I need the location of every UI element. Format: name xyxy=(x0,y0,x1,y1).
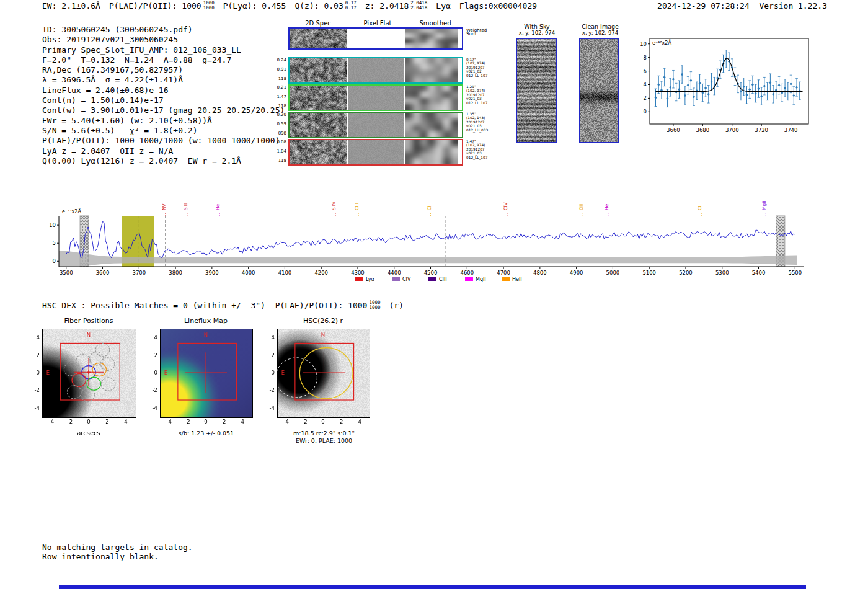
cutout-row-images xyxy=(288,27,463,50)
svg-text:CIII: CIII xyxy=(354,203,360,210)
detection-info-block: ID: 3005060245 (3005060245.pdf)Obs: 2019… xyxy=(42,25,285,166)
svg-text:3700: 3700 xyxy=(132,270,146,276)
cutout-row-images xyxy=(288,57,463,84)
axis-tick-label: -2 xyxy=(181,419,193,425)
cutout-smooth-canvas xyxy=(405,86,458,110)
svg-text:4100: 4100 xyxy=(278,270,292,276)
cutout-spec2d-canvas xyxy=(290,86,347,110)
cutout-left-value: 118 xyxy=(269,77,286,81)
info-line: λ = 3696.5Å σ = 4.22(±1.41)Å xyxy=(42,75,285,85)
stat-piece: Flags:0x00004029 xyxy=(459,1,537,11)
cutout-smooth-canvas xyxy=(405,140,458,164)
stat-text: Lyα xyxy=(436,1,450,11)
stat-text: (r) xyxy=(389,301,403,310)
with-sky-image xyxy=(516,38,557,143)
cutout-row-annotation: Weighted Sum xyxy=(466,29,498,37)
svg-text:NV: NV xyxy=(161,203,167,210)
info-line: LineFlux = 2.40(±0.68)e-16 xyxy=(42,86,285,96)
fiber-circle xyxy=(95,343,110,356)
compass-north-label: N xyxy=(204,332,208,338)
svg-text:SiII: SiII xyxy=(183,203,188,210)
info-line: P(LAE)/P(OII): 1000 1000/1000 (w: 1000 1… xyxy=(42,136,285,146)
axis-tick-label: -2 xyxy=(64,419,76,425)
cutout-blank-canvas xyxy=(348,29,404,48)
svg-text:5000: 5000 xyxy=(606,270,620,276)
cutout-left-value: 0.21 xyxy=(269,86,286,90)
stat-text: P(LAE)/P(OII): 1000 xyxy=(109,1,202,11)
axis-tick-label: 2 xyxy=(261,352,275,358)
axis-tick-label: 0 xyxy=(317,419,329,425)
fiber-positions-title: Fiber Positions xyxy=(42,317,135,325)
cutout-row-annotation: 0.17" (102, 974) 20191207 v021_02 012_LL… xyxy=(466,58,498,78)
cutout-flat-canvas xyxy=(348,86,404,110)
cutout-spec2d-canvas xyxy=(290,29,347,48)
svg-text:3700: 3700 xyxy=(725,127,739,133)
stat-text: z: 2.0418 xyxy=(365,1,409,11)
hsc-caption-2: EWr: 0. PLAE: 1000 xyxy=(257,437,391,444)
fiber-circle xyxy=(101,378,115,391)
cutout-left-value: 0.91 xyxy=(269,68,286,72)
compass-east-label: E xyxy=(164,370,167,376)
svg-text:4700: 4700 xyxy=(497,270,510,276)
clean-image-title: Clean Image xyxy=(563,23,637,30)
stat-piece: P(LAE)/P(OII): 100010001000 xyxy=(109,1,215,11)
svg-text:4500: 4500 xyxy=(424,270,438,276)
stat-range: 10001000 xyxy=(203,1,215,10)
cutout-row-annotation: 1.29" (102, 974) 20191207 v021_03 012_LL… xyxy=(466,85,498,105)
info-line: EWr = 5.40(±1.60) (w: 2.10(±0.58))Å xyxy=(42,116,285,126)
svg-text:HeII: HeII xyxy=(512,277,522,282)
svg-text:8: 8 xyxy=(644,55,647,61)
axis-tick-label: -2 xyxy=(261,387,275,393)
svg-text:Lyα: Lyα xyxy=(366,277,374,282)
cutout-left-value: 0.24 xyxy=(269,58,286,63)
cutout-row-annotation: 1.47" (102, 974) 20191207 v021_03 012_LL… xyxy=(466,140,498,159)
ifu-footprint-box xyxy=(178,343,237,400)
compass-north-label: N xyxy=(321,332,325,338)
cutout-flat-canvas xyxy=(348,58,404,82)
noise-band xyxy=(59,251,797,266)
clean-image xyxy=(579,38,619,143)
stat-text: EW: 2.1±0.6Å xyxy=(42,1,100,11)
svg-text:6: 6 xyxy=(644,68,647,74)
svg-text:3500: 3500 xyxy=(60,270,73,276)
axis-tick-label: -4 xyxy=(45,419,58,425)
stat-text: Q(z): 0.03 xyxy=(294,1,343,11)
spectrum-units-annotation: e⁻¹⁷x2Å xyxy=(62,208,81,215)
axis-tick-label: 0 xyxy=(26,370,40,376)
spectrum-legend: LyαCIVCIIIMgIIHeII xyxy=(355,277,522,282)
fit-units-annotation: e⁻¹⁷x2Å xyxy=(652,39,671,46)
svg-text:HeII: HeII xyxy=(604,201,609,210)
svg-text:CIII: CIII xyxy=(439,277,447,282)
svg-text:4800: 4800 xyxy=(533,270,547,276)
svg-text:10: 10 xyxy=(640,41,647,47)
spectrum-x-ticks: 3500360037003800390040004100420043004400… xyxy=(60,267,802,276)
cutout-left-value: 118 xyxy=(269,104,286,109)
next-page-spectrum-edge xyxy=(59,585,806,589)
stat-range: 2.04182.0418 xyxy=(410,1,427,10)
info-line: LyA z = 2.0407 OII z = N/A xyxy=(42,146,285,156)
svg-text:CII: CII xyxy=(697,204,702,210)
stat-range: 10001000 xyxy=(369,300,380,309)
svg-text:2: 2 xyxy=(644,95,647,101)
cutout-flat-canvas xyxy=(348,140,404,164)
svg-text:3680: 3680 xyxy=(696,127,710,133)
stat-piece: P(Lyα): 0.455 xyxy=(223,1,286,11)
info-line: ID: 3005060245 (3005060245.pdf) xyxy=(42,25,285,35)
col-header-pixelflat: Pixel Flat xyxy=(349,20,406,27)
axis-tick-label: -2 xyxy=(298,419,311,425)
cutout-left-value: 0.20 xyxy=(269,113,286,117)
fit-axis-ticks: 366036803700372037400246810 xyxy=(640,41,797,133)
axis-tick-label: 2 xyxy=(144,352,157,358)
elixer-detection-report: EW: 2.1±0.6ÅP(LAE)/P(OII): 100010001000P… xyxy=(0,0,868,591)
svg-text:3800: 3800 xyxy=(169,270,182,276)
svg-text:5200: 5200 xyxy=(679,270,693,276)
svg-text:3720: 3720 xyxy=(755,127,768,133)
axis-tick-label: -4 xyxy=(163,419,175,425)
svg-text:4300: 4300 xyxy=(351,270,365,276)
compass-north-label: N xyxy=(87,332,91,338)
svg-text:3660: 3660 xyxy=(666,127,680,133)
axis-tick-label: 4 xyxy=(144,334,157,340)
fiber-circle xyxy=(64,363,78,376)
axis-tick-label: 0 xyxy=(144,370,157,376)
photometric-aperture-circle xyxy=(299,348,353,399)
